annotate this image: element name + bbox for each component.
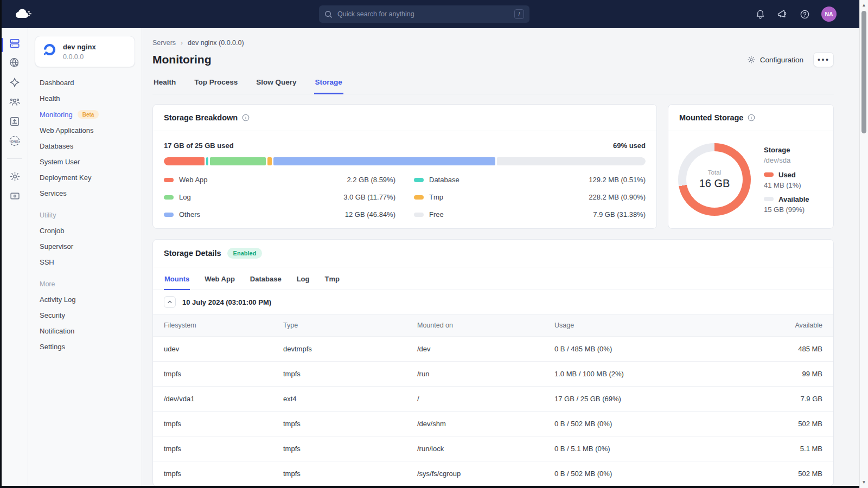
tab-tmp[interactable]: Tmp bbox=[324, 267, 340, 290]
cell-type: ext4 bbox=[283, 387, 417, 412]
donut-total-label: Total bbox=[708, 169, 721, 176]
page-title: Monitoring bbox=[152, 53, 211, 66]
cell-available: 502 MB bbox=[734, 412, 833, 436]
sidebar-item-label: Settings bbox=[40, 343, 65, 351]
breadcrumb-servers[interactable]: Servers bbox=[152, 39, 176, 47]
scrollbar-up-arrow[interactable]: ▲ bbox=[860, 3, 868, 8]
team-icon[interactable] bbox=[7, 95, 23, 108]
settings-gear-icon[interactable] bbox=[7, 170, 23, 183]
archive-icon[interactable] bbox=[7, 189, 23, 202]
scrollbar-thumb[interactable] bbox=[861, 11, 866, 133]
mounted-storage-info: Storage /dev/sda Used 41 MB (1%) Availab… bbox=[764, 146, 809, 214]
snapshot-timestamp: 10 July 2024 (03:01:00 PM) bbox=[182, 298, 271, 306]
storage-details-tabs: Mounts Web App Database Log Tmp bbox=[153, 267, 833, 290]
sidebar-section-more: More bbox=[35, 277, 135, 292]
scrollbar-down-arrow[interactable]: ▼ bbox=[860, 480, 868, 485]
vertical-scrollbar[interactable]: ▲ ▼ bbox=[859, 0, 868, 488]
breadcrumb-current: dev nginx (0.0.0.0) bbox=[188, 39, 244, 47]
sidebar-item-label: SSH bbox=[40, 258, 54, 266]
more-options-button[interactable]: ●●● bbox=[813, 52, 834, 67]
cell-filesystem: tmpfs bbox=[153, 461, 283, 486]
svg-text:DNS: DNS bbox=[11, 139, 18, 143]
table-row: udev devtmpfs /dev 0 B / 485 MB (0%) 485… bbox=[153, 337, 833, 362]
legend-item-log: Log 3.0 GB (11.77%) bbox=[164, 193, 395, 201]
sidebar-item-notification[interactable]: Notification bbox=[35, 323, 135, 339]
cell-available: 7.9 GB bbox=[734, 387, 833, 412]
device-label: Storage bbox=[764, 146, 809, 154]
legend-value: 228.2 MB (0.90%) bbox=[589, 193, 646, 201]
storage-details-title: Storage Details bbox=[164, 249, 221, 258]
legend-value: 12 GB (46.84%) bbox=[345, 210, 395, 219]
cell-usage: 17 GB / 25 GB (69%) bbox=[554, 387, 734, 412]
cell-mounted-on: /dev/shm bbox=[417, 412, 554, 436]
sidebar-item-dashboard[interactable]: Dashboard bbox=[35, 75, 135, 91]
table-row: /dev/vda1 ext4 / 17 GB / 25 GB (69%) 7.9… bbox=[153, 387, 833, 412]
legend-swatch bbox=[414, 178, 424, 182]
sidebar-item-activity-log[interactable]: Activity Log bbox=[35, 292, 135, 307]
cell-filesystem: udev bbox=[153, 337, 283, 362]
sidebar-item-label: Health bbox=[40, 94, 60, 102]
cell-usage: 1.0 MB / 100 MB (2%) bbox=[554, 362, 734, 387]
legend-value: 7.9 GB (31.38%) bbox=[593, 210, 646, 219]
tab-storage[interactable]: Storage bbox=[314, 75, 343, 94]
announcements-megaphone-icon[interactable] bbox=[777, 9, 788, 20]
configuration-button[interactable]: Configuration bbox=[747, 55, 803, 64]
sidebar-item-security[interactable]: Security bbox=[35, 307, 135, 323]
deployments-box-icon[interactable] bbox=[7, 115, 23, 128]
sidebar-item-monitoring[interactable]: Monitoring Beta bbox=[35, 106, 135, 123]
sidebar-item-databases[interactable]: Databases bbox=[35, 138, 135, 154]
storage-breakdown-bar bbox=[164, 157, 646, 165]
used-label: Used bbox=[778, 171, 796, 179]
usage-summary: 17 GB of 25 GB used bbox=[164, 142, 234, 150]
tab-web-app[interactable]: Web App bbox=[204, 267, 235, 290]
used-swatch bbox=[764, 172, 774, 177]
collapse-button[interactable] bbox=[164, 296, 176, 308]
search-shortcut-badge: / bbox=[514, 9, 524, 19]
help-icon[interactable] bbox=[799, 9, 810, 20]
user-avatar[interactable]: NA bbox=[821, 7, 837, 22]
sidebar-item-deployment-key[interactable]: Deployment Key bbox=[35, 170, 135, 185]
notifications-bell-icon[interactable] bbox=[755, 9, 765, 20]
cell-usage: 0 B / 5.1 MB (0%) bbox=[554, 436, 734, 461]
servers-icon[interactable] bbox=[7, 37, 23, 50]
sidebar-item-system-user[interactable]: System User bbox=[35, 154, 135, 170]
cell-mounted-on: / bbox=[417, 387, 554, 412]
tab-health[interactable]: Health bbox=[152, 75, 177, 94]
sidebar-item-health[interactable]: Health bbox=[35, 91, 135, 106]
tab-log[interactable]: Log bbox=[296, 267, 310, 290]
table-row: tmpfs tmpfs /sys/fs/cgroup 0 B / 502 MB … bbox=[153, 461, 833, 486]
dns-icon[interactable]: DNS bbox=[7, 134, 23, 147]
storage-breakdown-card: Storage Breakdown 17 GB of 25 GB used 69… bbox=[152, 104, 657, 229]
rail-divider bbox=[7, 158, 22, 159]
tab-database[interactable]: Database bbox=[250, 267, 282, 290]
info-icon[interactable] bbox=[748, 114, 755, 121]
search-icon bbox=[324, 10, 333, 18]
sidebar-item-supervisor[interactable]: Supervisor bbox=[35, 239, 135, 254]
available-swatch bbox=[764, 197, 774, 201]
tab-top-process[interactable]: Top Process bbox=[193, 75, 239, 94]
cell-usage: 0 B / 502 MB (0%) bbox=[554, 412, 734, 436]
cell-type: tmpfs bbox=[283, 412, 417, 436]
search-input[interactable] bbox=[337, 10, 514, 18]
sidebar-item-ssh[interactable]: SSH bbox=[35, 254, 135, 270]
sidebar-item-cronjob[interactable]: Cronjob bbox=[35, 223, 135, 239]
server-sidebar: dev nginx 0.0.0.0 Dashboard Health Monit… bbox=[28, 28, 142, 486]
tab-slow-query[interactable]: Slow Query bbox=[255, 75, 297, 94]
sidebar-item-label: Services bbox=[40, 189, 67, 197]
donut-total-value: 16 GB bbox=[699, 177, 730, 190]
sidebar-item-web-applications[interactable]: Web Applications bbox=[35, 123, 135, 138]
cell-filesystem: tmpfs bbox=[153, 436, 283, 461]
sidebar-item-label: Databases bbox=[40, 142, 73, 150]
server-selector-card[interactable]: dev nginx 0.0.0.0 bbox=[35, 36, 135, 67]
sidebar-item-label: Supervisor bbox=[40, 242, 73, 251]
sidebar-item-services[interactable]: Services bbox=[35, 185, 135, 201]
cloud-logo-icon[interactable] bbox=[14, 8, 33, 21]
info-icon[interactable] bbox=[242, 114, 250, 121]
sidebar-item-settings[interactable]: Settings bbox=[35, 339, 135, 355]
tab-mounts[interactable]: Mounts bbox=[164, 267, 190, 290]
sparkle-icon[interactable] bbox=[7, 76, 23, 89]
navbar-actions: NA bbox=[755, 7, 859, 22]
sidebar-item-label: System User bbox=[40, 158, 80, 166]
web-apps-globe-icon[interactable] bbox=[7, 56, 23, 69]
legend-label: Log bbox=[179, 193, 191, 201]
